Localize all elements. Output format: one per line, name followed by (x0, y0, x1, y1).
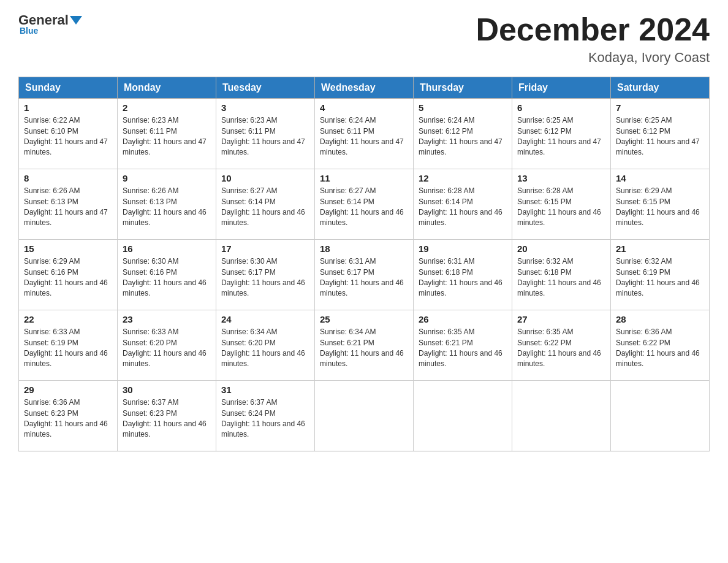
day-number: 29 (24, 385, 112, 395)
day-number: 24 (221, 314, 309, 324)
sunrise-label: Sunrise: 6:35 AM (517, 327, 573, 336)
sunrise-label: Sunrise: 6:29 AM (24, 257, 80, 266)
table-row: 14 Sunrise: 6:29 AM Sunset: 6:15 PM Dayl… (611, 169, 710, 240)
day-number: 8 (24, 173, 112, 183)
sunset-label: Sunset: 6:21 PM (320, 339, 374, 347)
sunrise-label: Sunrise: 6:26 AM (123, 186, 178, 195)
daylight-label: Daylight: 11 hours and 46 minutes. (517, 208, 601, 227)
day-info: Sunrise: 6:33 AM Sunset: 6:19 PM Dayligh… (24, 327, 112, 370)
table-row: 3 Sunrise: 6:23 AM Sunset: 6:11 PM Dayli… (216, 99, 315, 169)
day-number: 28 (616, 314, 704, 324)
table-row: 22 Sunrise: 6:33 AM Sunset: 6:19 PM Dayl… (19, 310, 118, 381)
daylight-label: Daylight: 11 hours and 46 minutes. (123, 208, 207, 227)
sunrise-label: Sunrise: 6:26 AM (24, 186, 80, 195)
table-row (512, 381, 611, 451)
table-row: 20 Sunrise: 6:32 AM Sunset: 6:18 PM Dayl… (512, 240, 611, 310)
day-info: Sunrise: 6:25 AM Sunset: 6:12 PM Dayligh… (616, 115, 704, 158)
sunrise-label: Sunrise: 6:35 AM (419, 327, 474, 336)
sunset-label: Sunset: 6:23 PM (24, 409, 78, 418)
day-info: Sunrise: 6:25 AM Sunset: 6:12 PM Dayligh… (517, 115, 605, 158)
daylight-label: Daylight: 11 hours and 46 minutes. (517, 349, 601, 368)
daylight-label: Daylight: 11 hours and 47 minutes. (419, 137, 502, 156)
sunset-label: Sunset: 6:18 PM (517, 268, 572, 277)
day-info: Sunrise: 6:23 AM Sunset: 6:11 PM Dayligh… (221, 115, 309, 158)
title-section: December 2024 Kodaya, Ivory Coast (476, 12, 710, 66)
day-info: Sunrise: 6:29 AM Sunset: 6:16 PM Dayligh… (24, 256, 112, 299)
daylight-label: Daylight: 11 hours and 46 minutes. (320, 349, 404, 368)
sunrise-label: Sunrise: 6:22 AM (24, 116, 80, 124)
daylight-label: Daylight: 11 hours and 46 minutes. (221, 419, 305, 439)
sunset-label: Sunset: 6:13 PM (123, 197, 177, 206)
col-sunday: Sunday (19, 77, 118, 99)
sunrise-label: Sunrise: 6:32 AM (517, 257, 573, 266)
table-row: 12 Sunrise: 6:28 AM Sunset: 6:14 PM Dayl… (414, 169, 512, 240)
day-info: Sunrise: 6:32 AM Sunset: 6:19 PM Dayligh… (616, 256, 704, 299)
day-info: Sunrise: 6:24 AM Sunset: 6:12 PM Dayligh… (419, 115, 507, 158)
daylight-label: Daylight: 11 hours and 46 minutes. (616, 349, 700, 368)
sunrise-label: Sunrise: 6:29 AM (616, 186, 672, 195)
day-number: 27 (517, 314, 605, 324)
day-number: 11 (320, 173, 408, 183)
table-row: 21 Sunrise: 6:32 AM Sunset: 6:19 PM Dayl… (611, 240, 710, 310)
sunrise-label: Sunrise: 6:24 AM (320, 116, 376, 124)
calendar-table: Sunday Monday Tuesday Wednesday Thursday… (18, 77, 710, 451)
sunrise-label: Sunrise: 6:37 AM (123, 398, 178, 407)
col-wednesday: Wednesday (315, 77, 414, 99)
sunset-label: Sunset: 6:17 PM (221, 268, 276, 277)
day-info: Sunrise: 6:37 AM Sunset: 6:24 PM Dayligh… (221, 397, 309, 440)
day-number: 4 (320, 102, 408, 113)
sunrise-label: Sunrise: 6:30 AM (221, 257, 277, 266)
table-row: 25 Sunrise: 6:34 AM Sunset: 6:21 PM Dayl… (315, 310, 414, 381)
day-number: 25 (320, 314, 408, 324)
sunrise-label: Sunrise: 6:24 AM (419, 116, 474, 124)
sunrise-label: Sunrise: 6:27 AM (320, 186, 376, 195)
sunrise-label: Sunrise: 6:23 AM (123, 116, 178, 124)
daylight-label: Daylight: 11 hours and 46 minutes. (419, 349, 502, 368)
day-info: Sunrise: 6:28 AM Sunset: 6:14 PM Dayligh… (419, 186, 507, 229)
col-saturday: Saturday (611, 77, 710, 99)
col-friday: Friday (512, 77, 611, 99)
sunrise-label: Sunrise: 6:33 AM (123, 327, 178, 336)
table-row: 17 Sunrise: 6:30 AM Sunset: 6:17 PM Dayl… (216, 240, 315, 310)
day-number: 5 (419, 102, 507, 113)
sunrise-label: Sunrise: 6:27 AM (221, 186, 277, 195)
table-row: 10 Sunrise: 6:27 AM Sunset: 6:14 PM Dayl… (216, 169, 315, 240)
daylight-label: Daylight: 11 hours and 47 minutes. (24, 137, 108, 156)
day-info: Sunrise: 6:30 AM Sunset: 6:16 PM Dayligh… (123, 256, 211, 299)
day-info: Sunrise: 6:34 AM Sunset: 6:21 PM Dayligh… (320, 327, 408, 370)
logo-arrow-icon (70, 16, 82, 25)
table-row: 18 Sunrise: 6:31 AM Sunset: 6:17 PM Dayl… (315, 240, 414, 310)
day-number: 2 (123, 102, 211, 113)
table-row (414, 381, 512, 451)
sunrise-label: Sunrise: 6:36 AM (616, 327, 672, 336)
table-row: 19 Sunrise: 6:31 AM Sunset: 6:18 PM Dayl… (414, 240, 512, 310)
location-title: Kodaya, Ivory Coast (476, 50, 710, 66)
calendar-week-row: 1 Sunrise: 6:22 AM Sunset: 6:10 PM Dayli… (19, 99, 710, 169)
sunrise-label: Sunrise: 6:32 AM (616, 257, 672, 266)
sunrise-label: Sunrise: 6:31 AM (419, 257, 474, 266)
sunrise-label: Sunrise: 6:28 AM (517, 186, 573, 195)
sunset-label: Sunset: 6:16 PM (24, 268, 78, 277)
day-number: 3 (221, 102, 309, 113)
daylight-label: Daylight: 11 hours and 46 minutes. (221, 349, 305, 368)
table-row: 29 Sunrise: 6:36 AM Sunset: 6:23 PM Dayl… (19, 381, 118, 451)
daylight-label: Daylight: 11 hours and 47 minutes. (24, 208, 108, 227)
day-info: Sunrise: 6:31 AM Sunset: 6:17 PM Dayligh… (320, 256, 408, 299)
sunrise-label: Sunrise: 6:25 AM (517, 116, 573, 124)
daylight-label: Daylight: 11 hours and 47 minutes. (221, 137, 305, 156)
day-number: 31 (221, 385, 309, 395)
day-info: Sunrise: 6:26 AM Sunset: 6:13 PM Dayligh… (123, 186, 211, 229)
daylight-label: Daylight: 11 hours and 46 minutes. (221, 278, 305, 297)
day-info: Sunrise: 6:29 AM Sunset: 6:15 PM Dayligh… (616, 186, 704, 229)
table-row: 6 Sunrise: 6:25 AM Sunset: 6:12 PM Dayli… (512, 99, 611, 169)
day-number: 23 (123, 314, 211, 324)
day-number: 6 (517, 102, 605, 113)
sunrise-label: Sunrise: 6:37 AM (221, 398, 277, 407)
sunset-label: Sunset: 6:16 PM (123, 268, 177, 277)
sunrise-label: Sunrise: 6:25 AM (616, 116, 672, 124)
day-number: 7 (616, 102, 704, 113)
calendar-week-row: 8 Sunrise: 6:26 AM Sunset: 6:13 PM Dayli… (19, 169, 710, 240)
day-info: Sunrise: 6:27 AM Sunset: 6:14 PM Dayligh… (320, 186, 408, 229)
day-info: Sunrise: 6:23 AM Sunset: 6:11 PM Dayligh… (123, 115, 211, 158)
daylight-label: Daylight: 11 hours and 47 minutes. (320, 137, 404, 156)
